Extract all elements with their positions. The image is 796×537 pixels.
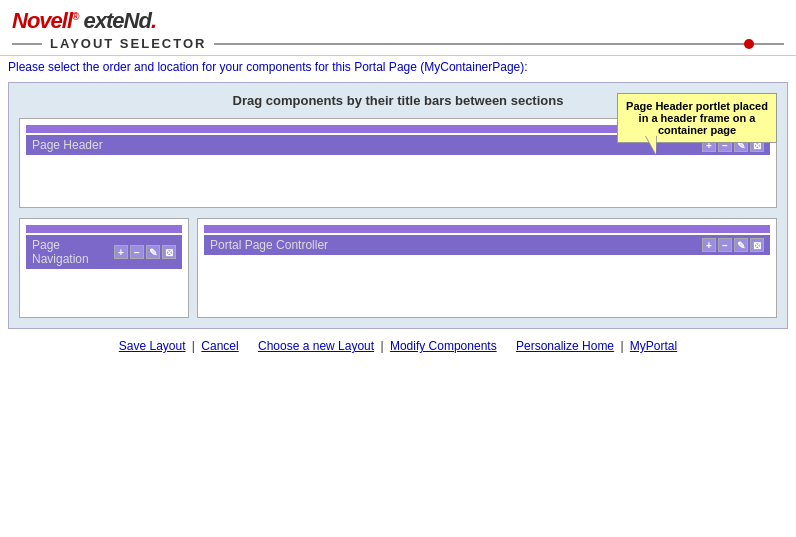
layout-selector-label: LAYOUT SELECTOR bbox=[50, 36, 206, 51]
left-portlet-controls: + − ✎ ⊠ bbox=[114, 245, 176, 259]
right-portlet-title: Portal Page Controller bbox=[210, 238, 328, 252]
right-portlet-header-bar bbox=[204, 225, 770, 233]
left-portlet-title: Page Navigation bbox=[32, 238, 114, 266]
sep2 bbox=[245, 339, 252, 353]
header-line: LAYOUT SELECTOR bbox=[12, 36, 784, 51]
logo-area: Novell® exteNd. bbox=[12, 8, 784, 34]
right-add-btn[interactable]: + bbox=[702, 238, 716, 252]
right-portlet-section: Portal Page Controller + − ✎ ⊠ bbox=[197, 218, 777, 318]
right-col: Portal Page Controller + − ✎ ⊠ bbox=[197, 218, 777, 318]
sep5: | bbox=[620, 339, 626, 353]
instruction-text: Please select the order and location for… bbox=[8, 60, 528, 74]
right-portlet-title-bar[interactable]: Portal Page Controller + − ✎ ⊠ bbox=[204, 235, 770, 255]
left-remove-btn[interactable]: − bbox=[130, 245, 144, 259]
sep1: | bbox=[192, 339, 198, 353]
left-portlet-title-bar[interactable]: Page Navigation + − ✎ ⊠ bbox=[26, 235, 182, 269]
footer: Save Layout | Cancel Choose a new Layout… bbox=[0, 333, 796, 353]
header-divider-left bbox=[12, 43, 42, 45]
left-col: Page Navigation + − ✎ ⊠ bbox=[19, 218, 189, 318]
choose-layout-link[interactable]: Choose a new Layout bbox=[258, 339, 374, 353]
cancel-link[interactable]: Cancel bbox=[201, 339, 238, 353]
tooltip: Page Header portlet placed in a header f… bbox=[617, 93, 777, 143]
sep3: | bbox=[380, 339, 386, 353]
left-add-btn[interactable]: + bbox=[114, 245, 128, 259]
right-remove-btn[interactable]: − bbox=[718, 238, 732, 252]
left-portlet-section: Page Navigation + − ✎ ⊠ bbox=[19, 218, 189, 318]
left-close-btn[interactable]: ⊠ bbox=[162, 245, 176, 259]
logo-extend: exteNd. bbox=[78, 8, 156, 34]
myportal-link[interactable]: MyPortal bbox=[630, 339, 677, 353]
tooltip-text: Page Header portlet placed in a header f… bbox=[626, 100, 768, 136]
modify-components-link[interactable]: Modify Components bbox=[390, 339, 497, 353]
logo-dot: . bbox=[151, 8, 156, 33]
left-portlet-header-bar bbox=[26, 225, 182, 233]
main-content: Drag components by their title bars betw… bbox=[8, 82, 788, 329]
left-edit-btn[interactable]: ✎ bbox=[146, 245, 160, 259]
personalize-home-link[interactable]: Personalize Home bbox=[516, 339, 614, 353]
logo-novell: Novell® bbox=[12, 8, 78, 34]
right-edit-btn[interactable]: ✎ bbox=[734, 238, 748, 252]
header-portlet-title: Page Header bbox=[32, 138, 103, 152]
right-close-btn[interactable]: ⊠ bbox=[750, 238, 764, 252]
header: Novell® exteNd. LAYOUT SELECTOR bbox=[0, 0, 796, 55]
header-dot bbox=[744, 39, 754, 49]
two-col-row: Page Navigation + − ✎ ⊠ Portal Page Cont… bbox=[19, 218, 777, 318]
sep4 bbox=[503, 339, 510, 353]
header-line-right bbox=[214, 43, 784, 45]
tooltip-arrow bbox=[646, 136, 656, 154]
right-portlet-controls: + − ✎ ⊠ bbox=[702, 238, 764, 252]
save-layout-link[interactable]: Save Layout bbox=[119, 339, 186, 353]
instruction-bar: Please select the order and location for… bbox=[0, 55, 796, 78]
